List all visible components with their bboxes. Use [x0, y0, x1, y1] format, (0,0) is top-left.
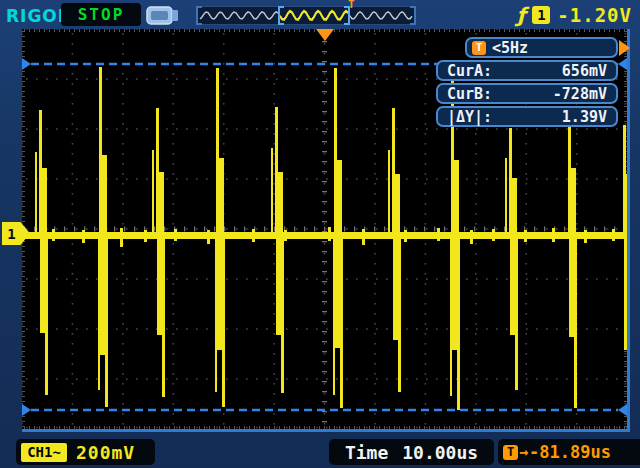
trigger-frequency-label: <5Hz: [492, 39, 528, 57]
menu-arrow-icon: [619, 40, 630, 56]
cursor-a-value: 656mV: [562, 62, 607, 80]
cursor-a-label: CurA:: [447, 62, 492, 80]
channel1-scale-value: 200mV: [76, 442, 135, 463]
trigger-readout: ƒ 1 -1.20V: [517, 3, 632, 26]
run-state-badge: STOP: [61, 3, 141, 26]
oscilloscope-screen: RIGOL STOP T ƒ 1 -1.20V 1 T <5Hz CurA: 6…: [0, 0, 640, 468]
delta-y-row: |ΔY|: 1.39V: [436, 106, 618, 127]
trigger-delay-value: -81.89us: [529, 442, 611, 462]
trigger-level-value: -1.20V: [557, 4, 632, 26]
trigger-icon: T: [472, 41, 486, 55]
channel1-status-box: CH1~ 200mV: [16, 439, 155, 465]
trigger-delay-arrow-icon: →: [519, 443, 528, 461]
delta-y-value: 1.39V: [562, 108, 607, 126]
preview-trigger-marker: T: [348, 0, 355, 11]
usb-icon: [146, 5, 180, 27]
timebase-value: 10.00us: [402, 442, 478, 463]
waveform-preview-svg: [196, 6, 416, 25]
trigger-edge-icon: ƒ: [517, 5, 526, 25]
channel1-chip: CH1~: [21, 443, 67, 462]
cursor-b-value: -728mV: [553, 85, 607, 103]
timebase-label: Time: [345, 442, 388, 463]
cursor-b-row: CurB: -728mV: [436, 83, 618, 104]
cursor-b-label: CurB:: [447, 85, 492, 103]
trigger-channel-badge: 1: [532, 6, 550, 24]
timebase-box: Time 10.00us: [329, 439, 494, 465]
delta-y-label: |ΔY|:: [447, 108, 492, 126]
trigger-delay-box: T → -81.89us: [498, 439, 640, 465]
trigger-frequency-box: T <5Hz: [465, 37, 618, 58]
cursor-a-row: CurA: 656mV: [436, 60, 618, 81]
channel1-marker-label: 1: [7, 226, 15, 242]
trigger-delay-icon: T: [503, 445, 518, 460]
waveform-preview: [196, 6, 416, 25]
